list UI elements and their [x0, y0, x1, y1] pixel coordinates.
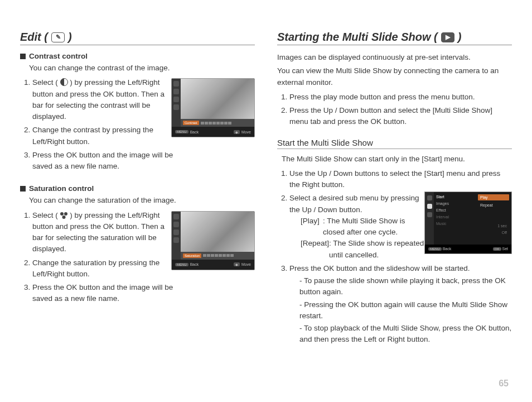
dash-2: - Pressing the OK button again will caus… [299, 299, 512, 322]
play-desc: : The Multi Slide Show is closed after o… [323, 216, 429, 238]
saturation-thumb-move: Move [241, 262, 251, 266]
saturation-dots-icon [60, 212, 68, 219]
start-subheading: Start the Multi Slide Show [277, 138, 512, 149]
contrast-step-3: Press the OK button and the image will b… [32, 150, 175, 173]
slideshow-intro1: Images can be displayed continuously at … [277, 52, 512, 63]
contrast-thumb-move: Move [241, 130, 251, 134]
menu-item-interval: Interval [435, 214, 477, 219]
repeat-key: [Repeat] [301, 238, 329, 261]
prestep-1: Press the play mode button and press the… [289, 92, 512, 103]
menu-footer-set: Set [502, 247, 508, 251]
saturation-step-3: Press the OK button and the image will b… [32, 282, 175, 305]
menu-item-start: Start [435, 194, 477, 199]
menu-footer-back: Back [443, 247, 452, 251]
menu-val-interval: 1 sec [478, 223, 509, 228]
saturation-steps: Select ( ) by pressing the Left/Right bu… [20, 210, 175, 305]
ok-key-label: OK [493, 247, 501, 251]
contrast-steps: Select ( ) by pressing the Left/Right bu… [20, 77, 175, 172]
step3-lead: Press the OK button and the slideshow wi… [289, 264, 470, 272]
edit-heading: Edit ( ✎ ) [20, 31, 255, 45]
saturation-thumb-back: Back [190, 262, 199, 266]
slideshow-heading-close: ) [458, 31, 462, 44]
start-step-2: Select a desired sub menu by pressing th… [289, 193, 429, 261]
slideshow-presteps: Press the play mode button and press the… [277, 92, 512, 128]
slideshow-intro2: You can view the Multi Slide Show by con… [277, 65, 512, 88]
contrast-step-2: Change the contrast by pressing the Left… [32, 125, 175, 147]
contrast-intro: You can change the contrast of the image… [29, 63, 255, 74]
contrast-half-circle-icon [60, 78, 68, 86]
saturation-step-2: Change the saturation by pressing the Le… [32, 257, 175, 280]
edit-heading-close: ) [68, 31, 72, 44]
saturation-title: Saturation control [29, 184, 94, 193]
menu-item-effect: Effect [435, 208, 477, 213]
menu-key-label: MENU [428, 247, 442, 251]
contrast-step-1: Select ( ) by pressing the Left/Right bu… [32, 77, 175, 122]
start-step-3: Press the OK button and the slideshow wi… [289, 263, 512, 346]
contrast-thumbnail: Contrast MENUBack ◆Move [171, 78, 255, 137]
contrast-subhead: Contrast control [20, 52, 255, 60]
menu-key-label: MENU [175, 263, 188, 266]
menu-item-images: Images [435, 201, 477, 206]
left-column: Edit ( ✎ ) Contrast control You can chan… [20, 31, 255, 348]
right-column: Starting the Multi Slide Show ( ▶ ) Imag… [277, 31, 512, 348]
menu-val-music: Off [478, 230, 509, 235]
dash-3: - To stop playback of the Multi Slide Sh… [299, 323, 512, 346]
saturation-subhead: Saturation control [20, 184, 255, 193]
contrast-title: Contrast control [29, 52, 88, 60]
edit-icon: ✎ [51, 32, 65, 42]
slideshow-heading: Starting the Multi Slide Show ( ▶ ) [277, 31, 512, 45]
menu-opt-repeat: Repeat [478, 202, 509, 208]
play-key: [Play] [301, 216, 323, 238]
start-step-1: Use the Up / Down buttons to select the … [289, 168, 512, 191]
edit-heading-text: Edit ( [20, 31, 48, 44]
repeat-desc: : The Slide show is repeated until cance… [329, 238, 429, 261]
slideshow-heading-text: Starting the Multi Slide Show ( [277, 31, 438, 44]
contrast-thumb-back: Back [190, 130, 199, 134]
contrast-thumb-tag: Contrast [183, 121, 199, 125]
menu-item-music: Music [435, 221, 477, 226]
play-icon: ▶ [441, 32, 454, 42]
saturation-intro: You can change the saturation of the ima… [29, 195, 255, 206]
menu-opt-play: Play [478, 194, 509, 200]
start-intro: The Multi Slide Show can start only in t… [282, 154, 512, 165]
move-key-icon: ◆ [234, 262, 240, 266]
dash-1: - To pause the slide shown while playing… [299, 275, 512, 298]
saturation-step-1: Select ( ) by pressing the Left/Right bu… [32, 210, 175, 255]
move-key-icon: ◆ [234, 130, 240, 134]
menu-key-label: MENU [175, 130, 188, 133]
page-number: 65 [499, 379, 509, 389]
square-bullet-icon [20, 54, 26, 59]
step2-lead: Select a desired sub menu by pressing th… [289, 194, 419, 213]
prestep-2: Press the Up / Down button and select th… [289, 105, 512, 128]
saturation-thumbnail: Saturation MENUBack ◆Move [171, 211, 255, 270]
saturation-thumb-tag: Saturation [183, 253, 201, 258]
square-bullet-icon [20, 186, 26, 192]
slideshow-menu-thumbnail: Start Images Effect Interval Music Play … [424, 192, 512, 254]
